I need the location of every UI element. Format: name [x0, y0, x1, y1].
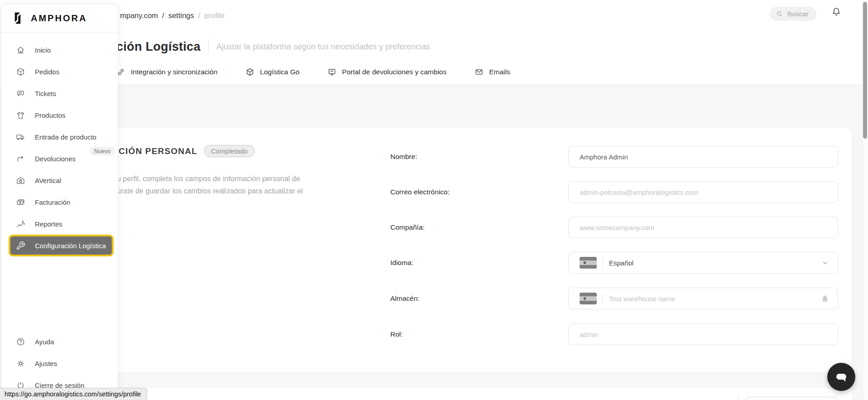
- input-value: www.somecompany.com: [580, 224, 654, 231]
- chat-launcher-button[interactable]: [827, 363, 855, 391]
- logo[interactable]: AMPHORA: [1, 4, 118, 33]
- field-label-compania: Compañía:: [390, 223, 425, 231]
- role-input[interactable]: admin: [568, 323, 838, 345]
- name-input[interactable]: Amphora Admin: [568, 146, 838, 168]
- sidebar-item-label: Inicio: [35, 46, 51, 54]
- chat-bubble-icon: [834, 370, 849, 384]
- notifications-bell-icon[interactable]: [831, 6, 842, 17]
- field-divider: [602, 294, 603, 304]
- home-icon: [16, 45, 25, 55]
- breadcrumb-item-profile[interactable]: profile: [204, 11, 225, 20]
- sidebar-item-reportes[interactable]: Reportes: [1, 213, 118, 235]
- monitor-icon: [327, 67, 336, 77]
- email-input[interactable]: admin-polcosta@amphoralogistics.com: [568, 181, 838, 203]
- page-title-row: ción Logística Ajustar la plataforma seg…: [116, 37, 430, 56]
- tab-integracion-y-sincronizacion[interactable]: Integración y sincronización: [116, 67, 217, 77]
- company-input[interactable]: www.somecompany.com: [568, 217, 838, 238]
- tab-label: Integración y sincronización: [131, 68, 217, 76]
- tshirt-icon: [16, 111, 25, 120]
- sidebar-item-label: Ajustes: [35, 360, 57, 367]
- breadcrumb-item-company[interactable]: mpany.com: [120, 11, 158, 20]
- sidebar-item-avertical[interactable]: AVertical: [1, 169, 118, 191]
- sidebar: AMPHORA Inicio Pedidos Tickets Productos: [1, 4, 118, 400]
- input-value: admin: [580, 331, 598, 338]
- sidebar-item-label: Tickets: [35, 90, 56, 97]
- sidebar-item-label: Reportes: [35, 220, 62, 228]
- tab-label: Portal de devoluciones y cambios: [342, 68, 446, 76]
- settings-tabs: Integración y sincronización Logística G…: [116, 63, 510, 81]
- tab-logistica-go[interactable]: Logística Go: [245, 67, 299, 77]
- sidebar-item-label: Pedidos: [35, 68, 59, 76]
- form-row: Idioma: Español: [109, 252, 852, 274]
- field-label-almacen: Almacén:: [390, 294, 420, 303]
- sidebar-item-ayuda[interactable]: Ayuda: [1, 331, 118, 352]
- search-icon: [776, 10, 783, 18]
- warehouse-field[interactable]: Test warehouse name: [568, 288, 838, 309]
- form-row: Compañía: www.somecompany.com: [109, 217, 852, 238]
- input-value: admin-polcosta@amphoralogistics.com: [580, 188, 698, 196]
- sidebar-item-tickets[interactable]: Tickets: [1, 82, 118, 104]
- sidebar-item-label: AVertical: [35, 177, 61, 184]
- sidebar-item-configuracion-logistica[interactable]: Configuración Logística: [9, 235, 114, 256]
- breadcrumb: mpany.com / settings / profile: [120, 11, 225, 20]
- warehouse-icon: [16, 176, 25, 185]
- sidebar-item-inicio[interactable]: Inicio: [1, 39, 118, 61]
- language-select[interactable]: Español: [568, 252, 838, 274]
- sidebar-item-entrada-de-producto[interactable]: Entrada de producto: [1, 126, 118, 148]
- tab-emails[interactable]: Emails: [475, 67, 510, 77]
- next-section-card: [109, 388, 852, 400]
- spain-flag-icon: [580, 257, 597, 269]
- scrollbar-thumb[interactable]: [863, 2, 867, 139]
- select-value: Español: [609, 259, 633, 267]
- sidebar-item-label: Entrada de producto: [35, 133, 96, 141]
- sidebar-item-facturacion[interactable]: Facturación: [1, 191, 118, 213]
- tab-portal-devoluciones[interactable]: Portal de devoluciones y cambios: [327, 67, 446, 77]
- next-section-partial-input: [746, 397, 838, 400]
- cube-icon: [245, 67, 254, 77]
- sidebar-item-pedidos[interactable]: Pedidos: [1, 61, 118, 82]
- screen: mpany.com / settings / profile Buscar ci…: [0, 0, 868, 400]
- sidebar-item-label: Configuración Logística: [35, 242, 106, 250]
- page-subtitle: Ajustar la plataforma según tus necesida…: [216, 42, 430, 52]
- sidebar-item-productos[interactable]: Productos: [1, 104, 118, 126]
- search-placeholder: Buscar: [787, 10, 809, 18]
- breadcrumb-separator: /: [198, 11, 201, 20]
- wrench-icon: [16, 241, 25, 251]
- input-value: Test warehouse name: [609, 295, 676, 303]
- nuevo-badge: Nuevo: [90, 147, 115, 155]
- form-row: Almacén: Test warehouse name: [109, 288, 852, 309]
- sidebar-item-ajustes[interactable]: Ajustes: [1, 352, 118, 374]
- breadcrumb-separator: /: [162, 11, 164, 20]
- field-divider: [602, 258, 603, 268]
- amphora-logo-icon: [11, 11, 24, 25]
- form-row: Nombre: Amphora Admin: [109, 146, 852, 168]
- form-row: Rol: admin: [109, 323, 852, 345]
- top-header: mpany.com / settings / profile Buscar ci…: [0, 0, 862, 85]
- search-button[interactable]: Buscar: [770, 7, 816, 21]
- scrollbar: [862, 0, 868, 400]
- personal-info-card: CIÓN PERSONAL Completado u perfil, compl…: [109, 128, 852, 372]
- gear-icon: [16, 359, 25, 368]
- mail-icon: [475, 67, 484, 77]
- next-section-divider: [738, 396, 739, 400]
- cube-icon: [16, 67, 25, 77]
- field-label-rol: Rol:: [390, 330, 403, 338]
- sidebar-item-label: Facturación: [35, 198, 70, 206]
- page-title: ción Logística: [116, 40, 201, 54]
- sidebar-footer-nav: Ayuda Ajustes Cierre de sesión: [1, 331, 118, 396]
- chevron-down-icon: [820, 258, 830, 267]
- status-bar-url: https://go.amphoralogistics.com/settings…: [0, 388, 147, 400]
- truck-icon: [16, 132, 25, 142]
- help-icon: [16, 337, 25, 347]
- return-arrow-icon: [16, 154, 25, 164]
- spain-flag-icon: [580, 293, 597, 304]
- sidebar-item-label: Productos: [35, 111, 66, 119]
- lock-icon: [820, 294, 830, 303]
- sidebar-item-label: Ayuda: [35, 338, 54, 346]
- field-label-correo: Correo electrónico:: [390, 188, 450, 196]
- ticket-chat-icon: [16, 89, 25, 98]
- logo-text: AMPHORA: [31, 13, 87, 24]
- breadcrumb-item-settings[interactable]: settings: [168, 11, 194, 20]
- field-label-nombre: Nombre:: [390, 153, 417, 161]
- input-value: Amphora Admin: [580, 153, 628, 161]
